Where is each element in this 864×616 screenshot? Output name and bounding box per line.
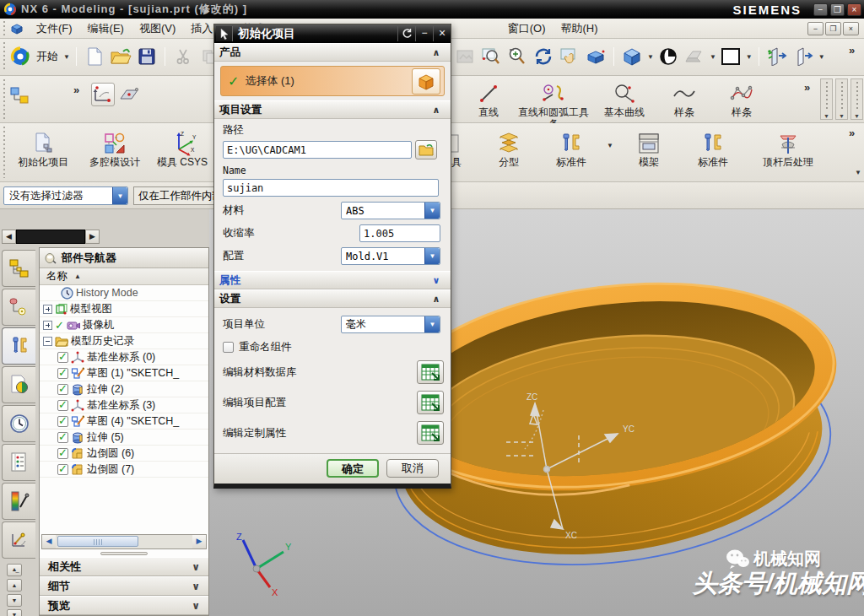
tab-part-navigator[interactable] [2, 327, 35, 365]
chevron-up-icon[interactable]: ∧ [427, 47, 446, 58]
clip-work-section-button[interactable] [791, 45, 815, 68]
menu-help[interactable]: 帮助(H) [553, 19, 605, 39]
dialog-minimize-button[interactable]: − [415, 26, 433, 41]
expand-icon[interactable] [43, 321, 52, 330]
material-combo[interactable]: ABS ▼ [341, 202, 440, 219]
tab-roles[interactable] [2, 521, 35, 559]
dialog-drag-icon[interactable] [216, 26, 233, 41]
feature-blocks-icon[interactable] [8, 84, 32, 108]
rename-components-checkbox[interactable] [223, 342, 234, 353]
mdi-close-button[interactable]: × [843, 22, 859, 35]
standard-part-dropdown[interactable]: ▼ [607, 142, 613, 149]
sort-ascending-icon[interactable]: ▲ [74, 273, 81, 280]
tab-reuse-library[interactable] [2, 366, 35, 403]
tree-item-history-mode[interactable]: History Mode [40, 285, 208, 301]
window-maximize-button[interactable]: ❐ [830, 3, 845, 16]
nav-scroll-thumb[interactable] [57, 536, 138, 547]
tabs-scroll-bottom[interactable]: ▼̲ [7, 609, 22, 616]
tree-item-sketch-4[interactable]: 草图 (4) "SKETCH_ [40, 413, 208, 430]
background-color-button[interactable] [719, 45, 742, 68]
visualization-button[interactable] [683, 45, 706, 68]
sketch-in-task-button[interactable] [91, 83, 115, 106]
tab-constraint-navigator[interactable] [2, 289, 35, 326]
tab-assembly-navigator[interactable] [2, 250, 35, 287]
studio-spline-button[interactable]: 样条 [719, 81, 764, 118]
tabs-scroll-up[interactable]: ▲ [7, 579, 22, 592]
new-file-button[interactable] [83, 45, 106, 68]
config-dropdown-arrow[interactable]: ▼ [424, 248, 440, 264]
units-combo[interactable]: 毫米 ▼ [341, 316, 440, 333]
shaded-dropdown-arrow[interactable]: ▼ [647, 53, 654, 61]
ejector-post-button[interactable]: 顶杆后处理 [748, 131, 829, 168]
panel-details[interactable]: 细节 ∨ [40, 576, 208, 596]
section-settings[interactable]: 设置 ∧ [214, 289, 451, 308]
tab-history[interactable] [2, 405, 35, 442]
menu-window[interactable]: 窗口(O) [500, 19, 554, 39]
selection-filter-dropdown[interactable]: ▼ [112, 187, 127, 204]
feature-checkbox[interactable] [57, 352, 68, 363]
tree-item-edge-blend-6[interactable]: 边倒圆 (6) [40, 446, 208, 462]
toolbar1-overflow[interactable]: » [849, 44, 855, 57]
nav-scroll-right[interactable]: ▶ [192, 535, 206, 548]
tree-item-datum-csys-3[interactable]: 基准坐标系 (3) [40, 397, 208, 413]
select-body-button[interactable] [412, 68, 440, 95]
menu-file[interactable]: 文件(F) [29, 19, 80, 39]
datum-plane-button[interactable] [117, 83, 141, 106]
tree-item-model-history[interactable]: 模型历史记录 [40, 333, 208, 349]
cancel-button[interactable]: 取消 [386, 459, 439, 478]
section-properties[interactable]: 属性 ∨ [214, 271, 451, 289]
panel-splitter[interactable] [40, 549, 208, 557]
save-button[interactable] [135, 45, 159, 68]
navigator-name-column[interactable]: 名称 ▲ [40, 268, 208, 285]
nav-scroll-left[interactable]: ◀ [42, 535, 56, 548]
tree-item-model-views[interactable]: 模型视图 [40, 301, 208, 317]
tree-item-sketch-1[interactable]: 草图 (1) "SKETCH_ [40, 365, 208, 381]
basic-curves-button[interactable]: 基本曲线 [597, 81, 651, 118]
mold-base-button[interactable]: 模架 [624, 131, 673, 168]
tree-item-extrude-5[interactable]: 拉伸 (5) [40, 430, 208, 446]
section-product[interactable]: 产品 ∧ [214, 43, 451, 62]
standard-part-button-2[interactable]: 标准件 [685, 131, 741, 168]
tree-item-extrude-2[interactable]: 拉伸 (2) [40, 381, 208, 397]
feature-checkbox[interactable] [57, 464, 68, 475]
mold-toolbar-overflow[interactable]: » [849, 127, 855, 139]
feature-checkbox[interactable] [57, 448, 68, 459]
window-minimize-button[interactable]: − [813, 3, 828, 16]
edit-project-config-button[interactable] [417, 391, 444, 414]
render-style-button[interactable] [656, 45, 680, 68]
select-body-row[interactable]: ✓ 选择体 (1) [220, 66, 445, 96]
resource-scroll-left[interactable]: ◀ [2, 230, 16, 244]
tab-system-materials[interactable] [2, 444, 35, 481]
shrinkage-input[interactable] [359, 224, 440, 242]
collapsed-toolbar-3[interactable]: ▼ [850, 78, 863, 120]
chevron-down-icon[interactable]: ∨ [192, 600, 200, 612]
spline-tool-button[interactable]: 样条 [662, 81, 707, 118]
background-dropdown-arrow[interactable]: ▼ [746, 53, 753, 61]
pan-view-button[interactable] [558, 45, 581, 68]
mold-csys-button[interactable]: ZYX 模具 CSYS [152, 131, 213, 168]
tabs-scroll-down[interactable]: ▼ [7, 594, 22, 607]
selection-filter-combo[interactable]: 没有选择过滤器 ▼ [3, 186, 128, 205]
zoom-box-button[interactable] [479, 45, 503, 68]
shaded-display-button[interactable] [620, 45, 644, 68]
section-project-settings[interactable]: 项目设置 ∧ [214, 100, 451, 119]
zoom-in-out-button[interactable] [505, 45, 529, 68]
chevron-down-icon[interactable]: ∨ [427, 275, 446, 286]
chevron-up-icon[interactable]: ∧ [427, 294, 446, 305]
parting-button[interactable]: 分型 [484, 131, 533, 168]
feature-checkbox[interactable] [57, 368, 68, 379]
menubar-grip[interactable] [2, 21, 7, 36]
collapse-icon[interactable] [43, 337, 52, 346]
browse-folder-button[interactable] [415, 140, 437, 159]
tree-item-datum-csys-0[interactable]: 基准坐标系 (0) [40, 349, 208, 365]
name-input[interactable] [223, 179, 439, 197]
multi-cavity-button[interactable]: 多腔模设计 [83, 131, 147, 168]
open-file-button[interactable] [109, 45, 132, 68]
panel-preview[interactable]: 预览 ∨ [40, 596, 208, 615]
path-input[interactable] [223, 141, 412, 159]
resource-scroll-right[interactable]: ▶ [85, 230, 100, 244]
resource-scroll-thumb[interactable] [16, 230, 85, 244]
ok-button[interactable]: 确定 [327, 459, 379, 478]
mdi-restore-button[interactable]: ❐ [825, 22, 841, 35]
collapsed-toolbar-2[interactable]: ▼ [835, 78, 848, 120]
